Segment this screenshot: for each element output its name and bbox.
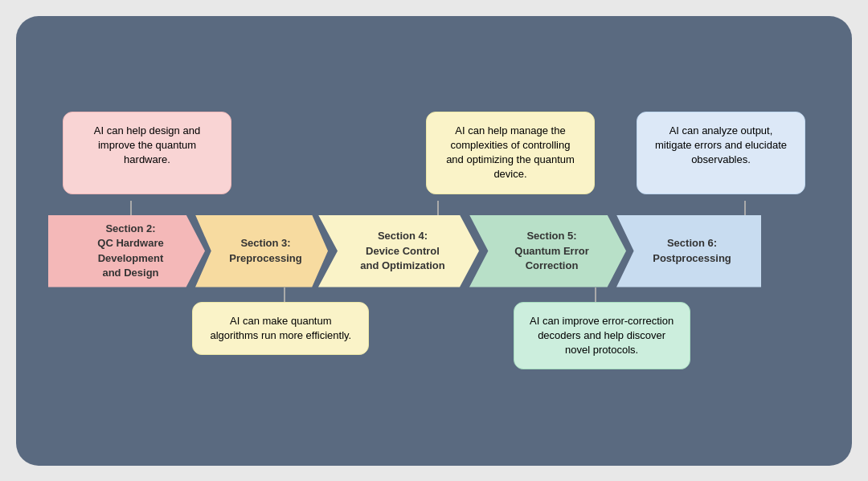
top-callout-2: AI can help manage the complexities of c… bbox=[426, 112, 595, 194]
bottom-callout-2: AI can improve error-correction decoders… bbox=[514, 302, 690, 370]
section-2: Section 2:QC HardwareDevelopmentand Desi… bbox=[48, 215, 205, 287]
bottom-callout-2-text: AI can improve error-correction decoders… bbox=[530, 315, 674, 356]
top-callout-3-text: AI can analyze output, mitigate errors a… bbox=[655, 124, 787, 165]
section-6-label: Section 6:Postprocessing bbox=[653, 236, 731, 265]
section-5-label: Section 5:Quantum ErrorCorrection bbox=[514, 229, 588, 273]
section-4: Section 4:Device Controland Optimization bbox=[318, 215, 479, 287]
connector-top-3 bbox=[744, 201, 746, 215]
section-2-label: Section 2:QC HardwareDevelopmentand Desi… bbox=[97, 222, 163, 280]
section-6: Section 6:Postprocessing bbox=[616, 215, 761, 287]
connector-bottom-1 bbox=[284, 287, 285, 302]
top-callout-2-text: AI can help manage the complexities of c… bbox=[446, 124, 575, 181]
section-5: Section 5:Quantum ErrorCorrection bbox=[469, 215, 626, 287]
bottom-callout-1-text: AI can make quantum algorithms run more … bbox=[210, 315, 351, 341]
section-3: Section 3:Preprocessing bbox=[195, 215, 328, 287]
bottom-callout-1: AI can make quantum algorithms run more … bbox=[192, 302, 369, 355]
main-container: AI can help design and improve the quant… bbox=[16, 16, 852, 466]
top-callouts-row: AI can help design and improve the quant… bbox=[32, 112, 836, 194]
section-3-label: Section 3:Preprocessing bbox=[229, 236, 301, 265]
connector-bottom-2 bbox=[595, 287, 596, 302]
arrow-row: Section 2:QC HardwareDevelopmentand Desi… bbox=[32, 215, 836, 287]
top-callout-3: AI can analyze output, mitigate errors a… bbox=[637, 112, 805, 194]
connector-top-2 bbox=[437, 201, 439, 215]
connector-top-1 bbox=[130, 201, 132, 215]
section-4-label: Section 4:Device Controland Optimization bbox=[360, 229, 444, 273]
top-callout-1: AI can help design and improve the quant… bbox=[63, 112, 231, 194]
top-callout-1-text: AI can help design and improve the quant… bbox=[94, 124, 200, 165]
